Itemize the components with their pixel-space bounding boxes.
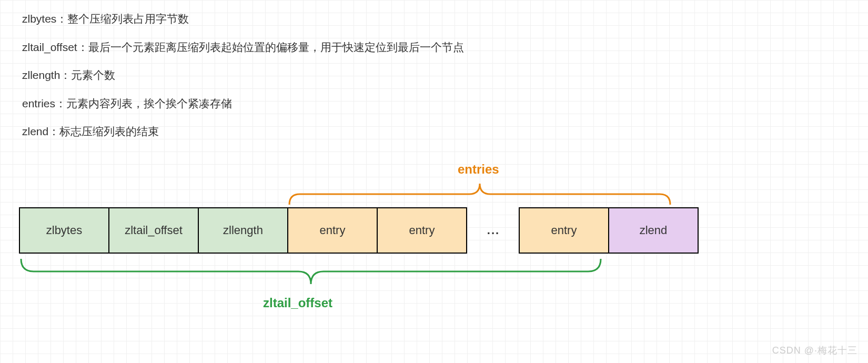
cell-zllength: zllength xyxy=(198,207,288,254)
cell-entry-1: entry xyxy=(287,207,378,254)
def-entries: entries：元素内容列表，挨个挨个紧凑存储 xyxy=(22,95,464,112)
cell-ellipsis: ... xyxy=(467,224,520,237)
def-zlbytes: zlbytes：整个压缩列表占用字节数 xyxy=(22,11,464,27)
cell-zlbytes: zlbytes xyxy=(19,207,109,254)
entries-brace-icon xyxy=(287,182,672,206)
def-zlend: zlend：标志压缩列表的结束 xyxy=(22,123,464,140)
zltail-brace-icon xyxy=(19,256,603,287)
cell-zlend: zlend xyxy=(608,207,699,254)
cell-entry-3: entry xyxy=(519,207,609,254)
definitions-list: zlbytes：整个压缩列表占用字节数 zltail_offset：最后一个元素… xyxy=(22,11,464,152)
ziplist-diagram: zlbytes zltail_offset zllength entry ent… xyxy=(19,207,699,254)
def-zllength: zllength：元素个数 xyxy=(22,67,464,84)
watermark: CSDN @·梅花十三 xyxy=(772,344,857,357)
zltail-brace-label: zltail_offset xyxy=(263,296,332,310)
entries-brace-label: entries xyxy=(458,162,499,177)
cell-zltail-offset: zltail_offset xyxy=(108,207,199,254)
cell-entry-2: entry xyxy=(377,207,467,254)
def-zltail-offset: zltail_offset：最后一个元素距离压缩列表起始位置的偏移量，用于快速定… xyxy=(22,39,464,56)
